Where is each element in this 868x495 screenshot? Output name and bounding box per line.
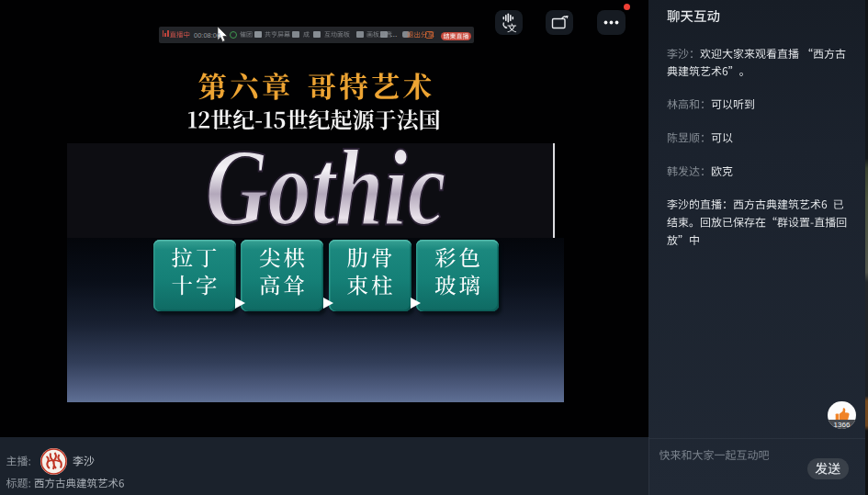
svg-text:Gothic: Gothic [206, 143, 446, 238]
